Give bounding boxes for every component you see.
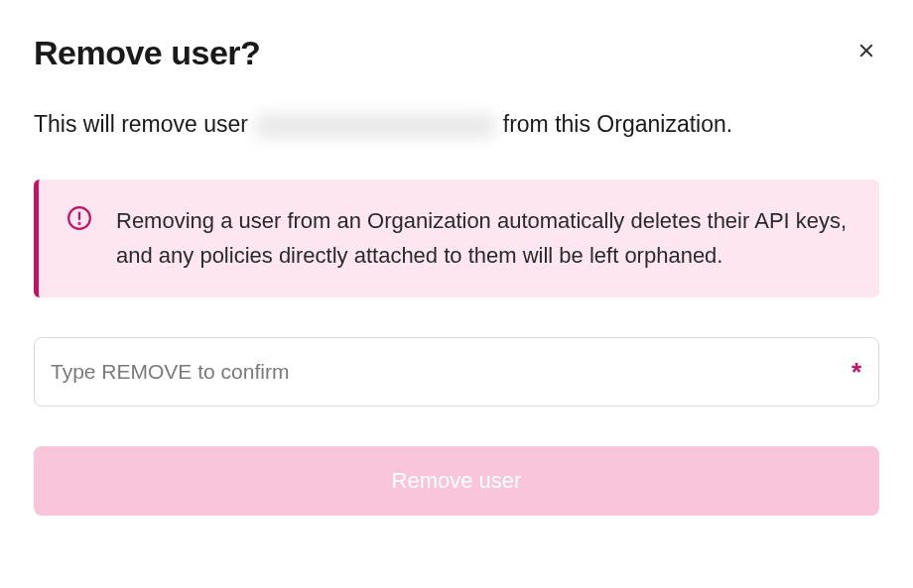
redacted-user-email bbox=[256, 114, 494, 138]
svg-point-4 bbox=[78, 223, 79, 224]
confirm-input-wrapper: * bbox=[34, 337, 879, 407]
close-button[interactable] bbox=[853, 38, 879, 66]
alert-icon bbox=[66, 205, 92, 235]
dialog-description: This will remove user from this Organiza… bbox=[34, 108, 879, 140]
dialog-header: Remove user? bbox=[34, 34, 879, 72]
warning-banner: Removing a user from an Organization aut… bbox=[34, 179, 879, 296]
description-suffix: from this Organization. bbox=[496, 111, 732, 137]
confirm-input[interactable] bbox=[34, 337, 879, 407]
warning-text: Removing a user from an Organization aut… bbox=[116, 203, 851, 273]
description-prefix: This will remove user bbox=[34, 111, 254, 137]
remove-user-button[interactable]: Remove user bbox=[34, 446, 879, 516]
close-icon bbox=[857, 42, 875, 62]
dialog-title: Remove user? bbox=[34, 34, 260, 72]
